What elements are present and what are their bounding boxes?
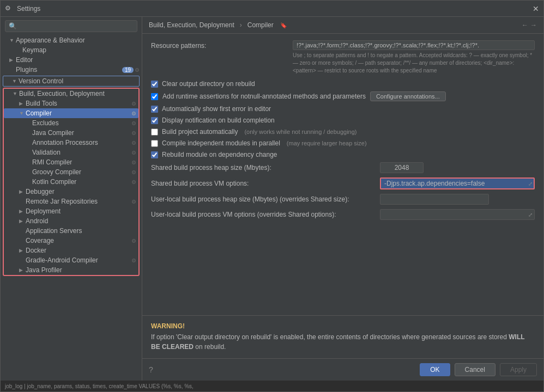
main-content-area: ▼ Appearance & Behavior Keymap ▶ Editor … bbox=[1, 17, 543, 381]
forward-arrow-icon[interactable]: → bbox=[530, 21, 537, 29]
user-vm-input-wrapper: ⤢ bbox=[380, 209, 535, 220]
groovy-icon: ⚙ bbox=[131, 169, 136, 175]
sidebar-item-plugins[interactable]: Plugins 19 ⚙ bbox=[1, 65, 142, 75]
display-notification-row: Display notification on build completion bbox=[151, 117, 535, 124]
gear-icon: ⚙ bbox=[131, 120, 136, 126]
compile-parallel-checkbox[interactable] bbox=[151, 140, 158, 147]
sidebar-item-remote-jar[interactable]: Remote Jar Repositories ⚙ bbox=[4, 197, 138, 206]
status-bar: job_log | job_name, params, status, time… bbox=[1, 381, 543, 391]
sidebar-item-editor[interactable]: ▶ Editor bbox=[1, 55, 142, 65]
status-text: job_log | job_name, params, status, time… bbox=[5, 383, 194, 389]
help-button[interactable]: ? bbox=[149, 365, 153, 374]
sidebar-item-debugger[interactable]: ▶ Debugger bbox=[4, 187, 138, 197]
rebuild-module-row: Rebuild module on dependency change bbox=[151, 151, 535, 158]
coverage-icon: ⚙ bbox=[131, 238, 136, 244]
build-auto-checkbox[interactable] bbox=[151, 128, 158, 136]
sidebar-item-build-tools[interactable]: ▶ Build Tools ⚙ bbox=[4, 99, 138, 108]
warning-title: WARNING! bbox=[151, 322, 535, 330]
sidebar-item-groovy-compiler[interactable]: Groovy Compiler ⚙ bbox=[4, 167, 138, 177]
back-arrow-icon[interactable]: ← bbox=[522, 21, 528, 29]
breadcrumb-current: Compiler bbox=[247, 21, 274, 29]
arrow-icon: ▶ bbox=[19, 248, 26, 253]
sidebar-item-application-servers[interactable]: Application Servers bbox=[4, 226, 138, 236]
resource-patterns-input[interactable] bbox=[293, 40, 535, 50]
compiler-icons: ⚙ bbox=[131, 111, 136, 117]
sidebar-item-label: Editor bbox=[16, 56, 140, 64]
clear-output-checkbox[interactable] bbox=[151, 81, 158, 88]
sidebar-item-label: Groovy Compiler bbox=[32, 168, 131, 176]
compile-parallel-row: Compile independent modules in parallel … bbox=[151, 139, 535, 147]
gear-icon: ⚙ bbox=[131, 238, 136, 244]
excludes-icon: ⚙ bbox=[131, 120, 136, 126]
ok-button[interactable]: OK bbox=[420, 363, 450, 376]
search-input[interactable] bbox=[5, 20, 137, 32]
build-execution-outlined: ▼ Build, Execution, Deployment ▶ Build T… bbox=[3, 88, 140, 276]
sidebar-item-appearance[interactable]: ▼ Appearance & Behavior bbox=[1, 35, 142, 45]
sidebar-item-coverage[interactable]: Coverage ⚙ bbox=[4, 236, 138, 246]
user-vm-row: User-local build process VM options (ove… bbox=[151, 209, 535, 220]
compile-parallel-label: Compile independent modules in parallel bbox=[162, 139, 280, 147]
sidebar-item-java-profiler[interactable]: ▶ Java Profiler bbox=[4, 265, 138, 275]
sidebar-item-rmi-compiler[interactable]: RMI Compiler ⚙ bbox=[4, 157, 138, 167]
apply-button[interactable]: Apply bbox=[500, 363, 537, 376]
sidebar-item-label: Plugins bbox=[16, 66, 122, 74]
configure-annotations-button[interactable]: Configure annotations... bbox=[370, 91, 446, 101]
gear-icon: ⚙ bbox=[131, 140, 136, 146]
plugins-badges: 19 ⚙ bbox=[122, 67, 140, 73]
sidebar-item-label: Docker bbox=[26, 247, 136, 254]
sidebar-item-deployment[interactable]: ▶ Deployment bbox=[4, 206, 138, 216]
add-runtime-checkbox[interactable] bbox=[151, 93, 158, 100]
expand-icon[interactable]: ⤢ bbox=[528, 212, 533, 218]
rebuild-module-label: Rebuild module on dependency change bbox=[162, 151, 277, 158]
vm-options-input-wrapper: ⤢ bbox=[380, 177, 535, 189]
arrow-icon: ▶ bbox=[19, 267, 26, 273]
sidebar-item-label: Android bbox=[26, 217, 136, 225]
sidebar-item-java-compiler[interactable]: Java Compiler ⚙ bbox=[4, 128, 138, 138]
settings-window: ⚙ Settings ✕ ▼ Appearance & Behavior Key… bbox=[0, 0, 544, 392]
sidebar-item-annotation-processors[interactable]: Annotation Processors ⚙ bbox=[4, 138, 138, 148]
arrow-icon: ▶ bbox=[19, 101, 26, 106]
arrow-icon: ▶ bbox=[9, 57, 16, 63]
sidebar-item-excludes[interactable]: Excludes ⚙ bbox=[4, 118, 138, 128]
sidebar-item-gradle-android[interactable]: Gradle-Android Compiler ⚙ bbox=[4, 255, 138, 265]
bookmark-icon: 🔖 bbox=[280, 22, 287, 28]
sidebar-item-label: Gradle-Android Compiler bbox=[26, 256, 131, 264]
sidebar-item-label: Keymap bbox=[22, 46, 140, 54]
resource-patterns-label: Resource patterns: bbox=[151, 40, 293, 50]
nav-arrows: ← → bbox=[522, 21, 537, 29]
gear-icon: ⚙ bbox=[135, 67, 140, 73]
sidebar-item-label: Version Control bbox=[19, 77, 137, 85]
rebuild-module-checkbox[interactable] bbox=[151, 151, 158, 158]
resource-patterns-value: Use ; to separate patterns and ! to nega… bbox=[293, 40, 535, 75]
sidebar-item-validation[interactable]: Validation ⚙ bbox=[4, 148, 138, 157]
sidebar-item-docker[interactable]: ▶ Docker bbox=[4, 246, 138, 255]
sidebar-tree: ▼ Appearance & Behavior Keymap ▶ Editor … bbox=[1, 35, 142, 381]
resource-patterns-row: Resource patterns: Use ; to separate pat… bbox=[151, 40, 535, 75]
sidebar-item-compiler[interactable]: ▼ Compiler ⚙ bbox=[4, 108, 138, 118]
user-heap-input[interactable] bbox=[380, 194, 489, 205]
sidebar-item-build-execution[interactable]: ▼ Build, Execution, Deployment bbox=[4, 89, 138, 99]
sidebar-item-kotlin-compiler[interactable]: Kotlin Compiler ⚙ bbox=[4, 177, 138, 187]
sidebar-item-label: Application Servers bbox=[26, 227, 136, 235]
close-button[interactable]: ✕ bbox=[533, 4, 539, 13]
arrow-icon: ▶ bbox=[19, 209, 26, 214]
help-area: ? bbox=[149, 365, 153, 374]
heap-size-input[interactable] bbox=[380, 162, 424, 173]
expand-icon[interactable]: ⤢ bbox=[528, 181, 533, 187]
sidebar-item-android[interactable]: ▶ Android bbox=[4, 216, 138, 226]
warning-text: If option 'Clear output directory on reb… bbox=[151, 332, 535, 352]
gear-icon: ⚙ bbox=[131, 169, 136, 175]
arrow-icon: ▼ bbox=[12, 78, 19, 84]
gear-icon: ⚙ bbox=[131, 130, 136, 136]
cancel-button[interactable]: Cancel bbox=[455, 363, 495, 376]
sidebar-item-keymap[interactable]: Keymap bbox=[1, 45, 142, 55]
sidebar-item-label: Deployment bbox=[26, 207, 136, 215]
gear-icon: ⚙ bbox=[131, 160, 136, 166]
vm-options-input[interactable] bbox=[380, 177, 535, 189]
auto-show-error-checkbox[interactable] bbox=[151, 106, 158, 113]
user-vm-label: User-local build process VM options (ove… bbox=[151, 211, 380, 218]
sidebar-item-label: Validation bbox=[32, 149, 131, 156]
display-notification-checkbox[interactable] bbox=[151, 117, 158, 124]
user-vm-input[interactable] bbox=[380, 209, 535, 220]
sidebar-item-version-control[interactable]: ▼ Version Control bbox=[3, 76, 139, 86]
